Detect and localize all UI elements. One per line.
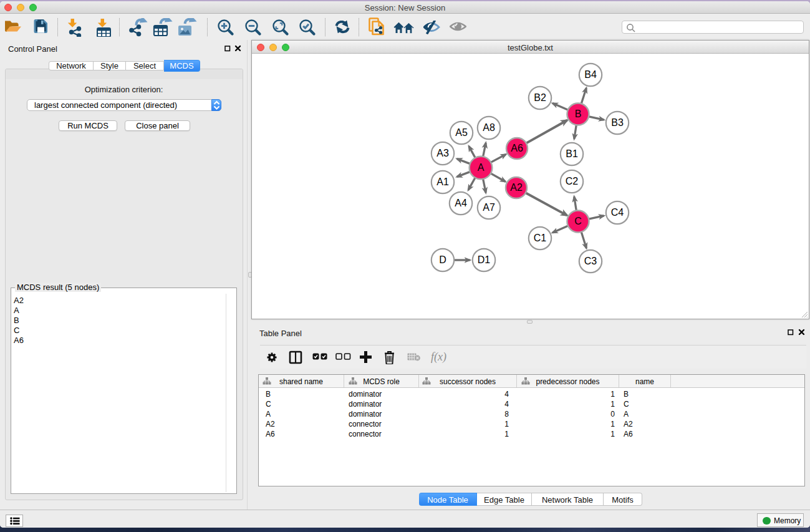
- svg-text:C1: C1: [534, 233, 547, 243]
- svg-text:A3: A3: [436, 148, 449, 158]
- svg-text:A: A: [478, 162, 485, 173]
- svg-text:B3: B3: [611, 117, 624, 128]
- svg-text:A8: A8: [483, 122, 495, 133]
- svg-text:D1: D1: [478, 254, 491, 265]
- svg-text:A1: A1: [436, 177, 449, 187]
- svg-text:C3: C3: [584, 256, 597, 266]
- svg-text:A4: A4: [455, 198, 467, 208]
- svg-text:B: B: [575, 109, 582, 119]
- svg-text:B1: B1: [566, 148, 578, 159]
- svg-text:B2: B2: [534, 92, 546, 103]
- svg-text:A6: A6: [511, 143, 523, 153]
- svg-text:A5: A5: [455, 127, 468, 138]
- svg-text:C4: C4: [611, 207, 624, 218]
- svg-text:B4: B4: [584, 69, 597, 80]
- svg-text:D: D: [439, 254, 446, 265]
- svg-text:C2: C2: [566, 176, 579, 186]
- svg-text:A2: A2: [510, 182, 523, 193]
- svg-text:C: C: [574, 216, 582, 226]
- svg-text:A7: A7: [483, 202, 495, 213]
